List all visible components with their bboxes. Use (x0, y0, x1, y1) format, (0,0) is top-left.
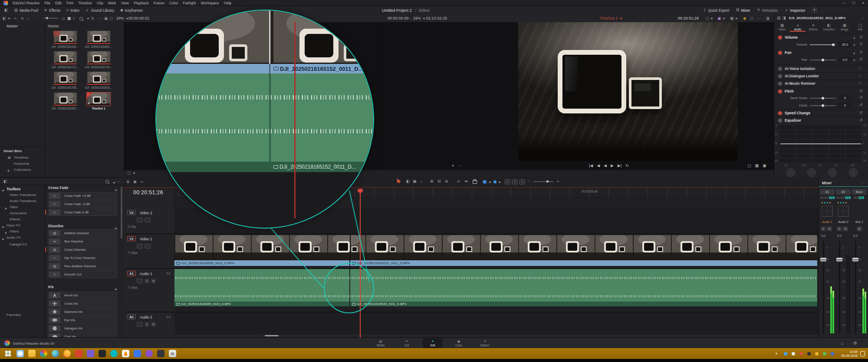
reset-icon[interactable]: ↺ (859, 110, 863, 115)
solo-button[interactable]: S (821, 226, 826, 231)
tray-icon[interactable] (799, 352, 803, 355)
menu-edit[interactable]: Edit (55, 1, 62, 5)
equalizer-graph[interactable] (779, 125, 862, 163)
menu-timeline[interactable]: Timeline (78, 1, 92, 5)
transition-item[interactable]: ×Cross Fade -3 dB (48, 200, 117, 208)
zoom-in-icon[interactable]: ＋ (556, 179, 560, 184)
reset-icon[interactable]: ↺ (859, 42, 863, 46)
transition-item[interactable]: ×Cross Fade +3 dB (48, 192, 117, 199)
track-content-a1[interactable]: DJI_20250218163059_0010_D.MP4 DJI_202502… (174, 269, 818, 311)
media-pool-button[interactable]: ▤Media Pool (14, 6, 38, 14)
track-enable-icon[interactable] (137, 322, 143, 327)
transition-item[interactable]: Arrow Iris (48, 292, 117, 299)
timeline-view-options[interactable]: ▢ (127, 171, 135, 175)
pan-grid-a2[interactable] (838, 206, 849, 217)
reset-icon[interactable]: ↺ (859, 89, 863, 93)
flag-button[interactable] (483, 180, 491, 184)
audio-clip[interactable] (350, 269, 817, 306)
maximize-button[interactable]: □ (849, 0, 858, 6)
sort-icon[interactable]: ⇅ (91, 16, 94, 20)
overwrite-clip-button[interactable]: ⊟ (437, 179, 441, 183)
app-icon[interactable] (87, 350, 94, 357)
reset-icon[interactable]: ↺ (859, 57, 863, 61)
fx-panel-toggle-icon[interactable]: ◧ (3, 179, 7, 183)
app-icon[interactable] (110, 350, 118, 357)
mute-button[interactable]: M (827, 226, 832, 231)
equalizer-toggle[interactable] (778, 118, 783, 123)
tray-icon[interactable] (823, 352, 826, 355)
clip-info-icon[interactable]: ▣ (104, 16, 108, 20)
pitch-toggle[interactable] (778, 89, 783, 94)
collapse-icon[interactable] (115, 286, 117, 291)
page-tab-cut[interactable]: ✂Cut (397, 338, 417, 348)
audiofx-chevron-icon[interactable] (2, 237, 4, 241)
transition-item[interactable]: Hexagon Iris (48, 325, 117, 332)
menu-trim[interactable]: Trim (66, 1, 74, 5)
app-icon[interactable] (134, 350, 141, 357)
davinci-taskbar-icon[interactable] (157, 350, 164, 357)
zoom-out-icon[interactable]: − (528, 179, 530, 183)
strip-view-icon[interactable]: ≡ (73, 16, 75, 20)
app-icon[interactable]: ▤ (169, 350, 176, 357)
mute-button[interactable]: M (857, 226, 862, 231)
track-header-a2[interactable]: A2 Audio 2 2.0 SM (124, 312, 174, 337)
track-lock-icon[interactable] (145, 218, 151, 223)
fx-tree-generators[interactable]: Generators (10, 211, 27, 215)
zoom-custom-button[interactable] (519, 179, 525, 185)
voiceover-icon[interactable]: ∿ (140, 179, 144, 184)
link-clips-button[interactable]: ∞ (465, 179, 467, 183)
inspector-layout-icon[interactable]: ◨ (782, 16, 786, 20)
transition-item[interactable]: ●Blur Dissolve (48, 238, 117, 245)
inspector-button[interactable]: ＋Inspector (785, 6, 806, 14)
monitor-icon[interactable]: ▢ (109, 16, 113, 20)
panel-toggle-icon[interactable]: ◧ (4, 8, 8, 12)
solo-button[interactable]: S (837, 226, 842, 231)
page-tab-edit[interactable]: ✦Edit (423, 338, 443, 348)
tab-audio[interactable]: ♪Audio (790, 23, 806, 32)
insert-clip-button[interactable]: ⊞ (430, 179, 434, 183)
track-content-v1[interactable]: DJI_20250218163059_0010_D.MP4 DJI_202502… (174, 234, 818, 267)
vlc-icon[interactable] (122, 350, 129, 357)
trim-edit-tool[interactable]: ◧ (406, 179, 410, 183)
keyframe-icon[interactable]: ◆ (853, 36, 855, 39)
transition-item[interactable]: ▧Additive Dissolve (48, 229, 117, 237)
metadata-button[interactable]: ✎Metadata (757, 6, 778, 14)
notification-icon[interactable] (860, 351, 865, 356)
collapse-icon[interactable] (115, 187, 117, 192)
semi-tones-slider[interactable] (810, 98, 836, 99)
file-explorer-icon[interactable] (28, 350, 36, 357)
fx-tree-audio-transitions[interactable]: Audio Transitions (10, 199, 36, 203)
fx-favorites[interactable]: Favorites (7, 313, 21, 317)
menu-color[interactable]: Color (169, 1, 178, 5)
color-overlay-icon[interactable]: ◉ (743, 16, 746, 20)
transition-item[interactable]: ∿Smooth Cut (48, 271, 117, 278)
replace-clip-button[interactable]: ⊕ (445, 179, 448, 183)
keyframe-icon[interactable]: ◆ (853, 58, 855, 61)
mixer-tab-a2[interactable]: A2 (836, 189, 851, 195)
settings-gear-icon[interactable]: ⚙ (853, 341, 857, 345)
reset-icon[interactable]: ↺ (859, 95, 863, 100)
thumb-size-slider[interactable] (43, 18, 58, 19)
tab-video[interactable]: ▦Video (774, 23, 790, 31)
fader-a1[interactable]: 5101520304050 (820, 239, 835, 335)
fx-tree-toolbox[interactable]: Toolbox (7, 187, 20, 191)
channel-chips-bus1[interactable]: DYEQ (854, 196, 865, 199)
usage-icon[interactable]: ≋ (21, 16, 24, 20)
transition-item[interactable]: ×Cross Fade 0 dB (48, 209, 117, 216)
channel-chips-a2[interactable]: FXDYEQ (836, 196, 852, 199)
link-bins-icon[interactable]: ∞ (14, 16, 16, 20)
menu-davinci-resolve[interactable]: DaVinci Resolve (13, 1, 39, 5)
tab-image[interactable]: ▣Image (837, 23, 852, 31)
video-clip-name-bar[interactable]: DJI_20250218163059_0010_D.MP4 (174, 260, 349, 266)
solo-button[interactable]: S (145, 279, 149, 283)
eq-band-knob[interactable] (849, 168, 858, 177)
page-tab-deliver[interactable]: ↗Deliver (475, 338, 495, 348)
menu-workspace[interactable]: Workspace (201, 1, 219, 5)
marker-index-icon[interactable]: ◉ (133, 179, 137, 184)
ai-dialogue-leveler-toggle[interactable] (778, 74, 783, 79)
menu-mark[interactable]: Mark (108, 1, 116, 5)
tab-transition[interactable]: ◧Transition (821, 23, 837, 31)
bin-divider[interactable] (45, 22, 45, 177)
filters-chevron-icon[interactable] (5, 231, 9, 235)
pan-slider[interactable] (810, 60, 836, 60)
